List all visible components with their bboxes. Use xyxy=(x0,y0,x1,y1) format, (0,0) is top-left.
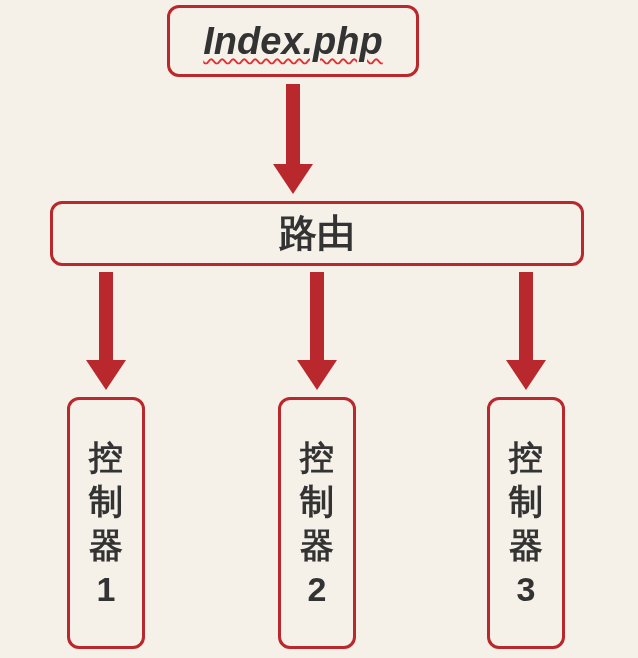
router-node: 路由 xyxy=(50,201,584,266)
entry-label: Index.php xyxy=(203,20,382,63)
controller-2-node: 控 制 器 2 xyxy=(278,397,356,649)
controller-2-label: 控 制 器 2 xyxy=(300,435,334,612)
controller-1-label: 控 制 器 1 xyxy=(89,435,123,612)
controller-1-node: 控 制 器 1 xyxy=(67,397,145,649)
router-label: 路由 xyxy=(279,208,355,259)
controller-3-label: 控 制 器 3 xyxy=(509,435,543,612)
controller-3-node: 控 制 器 3 xyxy=(487,397,565,649)
entry-node: Index.php xyxy=(167,5,419,77)
